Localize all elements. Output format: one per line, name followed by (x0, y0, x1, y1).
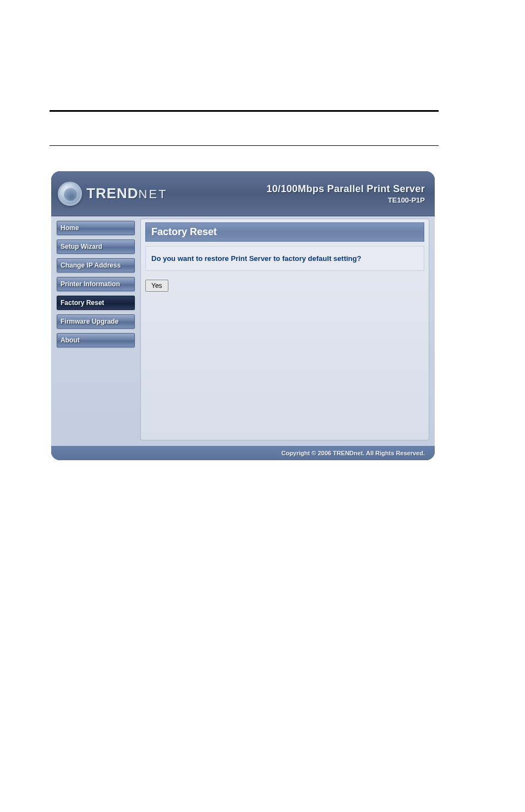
content-heading: Factory Reset (145, 222, 424, 242)
content-area: Factory Reset Do you want to restore Pri… (140, 219, 429, 440)
prompt-box: Do you want to restore Print Server to f… (145, 246, 424, 271)
yes-button[interactable]: Yes (145, 280, 168, 292)
brand-trend: TREND (86, 185, 139, 201)
divider-thick (50, 110, 439, 112)
router-admin-panel: TRENDNET 10/100Mbps Parallel Print Serve… (51, 171, 435, 460)
nav-setup-wizard[interactable]: Setup Wizard (57, 239, 135, 254)
brand-net: NET (139, 187, 168, 201)
nav-home[interactable]: Home (57, 221, 135, 235)
product-model: TE100-P1P (266, 196, 425, 204)
sidebar-nav: HomeSetup WizardChange IP AddressPrinter… (57, 219, 135, 446)
product-title: 10/100Mbps Parallel Print Server (266, 183, 425, 195)
nav-printer-info[interactable]: Printer Information (57, 277, 135, 291)
nav-firmware-upgrade[interactable]: Firmware Upgrade (57, 314, 135, 329)
nav-factory-reset[interactable]: Factory Reset (57, 296, 135, 310)
footer-copyright: Copyright © 2006 TRENDnet. All Rights Re… (51, 446, 435, 460)
nav-change-ip[interactable]: Change IP Address (57, 258, 135, 273)
panel-body: HomeSetup WizardChange IP AddressPrinter… (51, 216, 435, 446)
brand-text: TRENDNET (86, 185, 168, 202)
divider-thin (50, 145, 439, 146)
nav-about[interactable]: About (57, 333, 135, 347)
confirm-prompt: Do you want to restore Print Server to f… (151, 254, 418, 263)
header-right: 10/100Mbps Parallel Print Server TE100-P… (266, 183, 425, 204)
trendnet-logo-icon (58, 182, 82, 206)
brand-logo: TRENDNET (58, 182, 168, 206)
panel-header: TRENDNET 10/100Mbps Parallel Print Serve… (51, 171, 435, 216)
